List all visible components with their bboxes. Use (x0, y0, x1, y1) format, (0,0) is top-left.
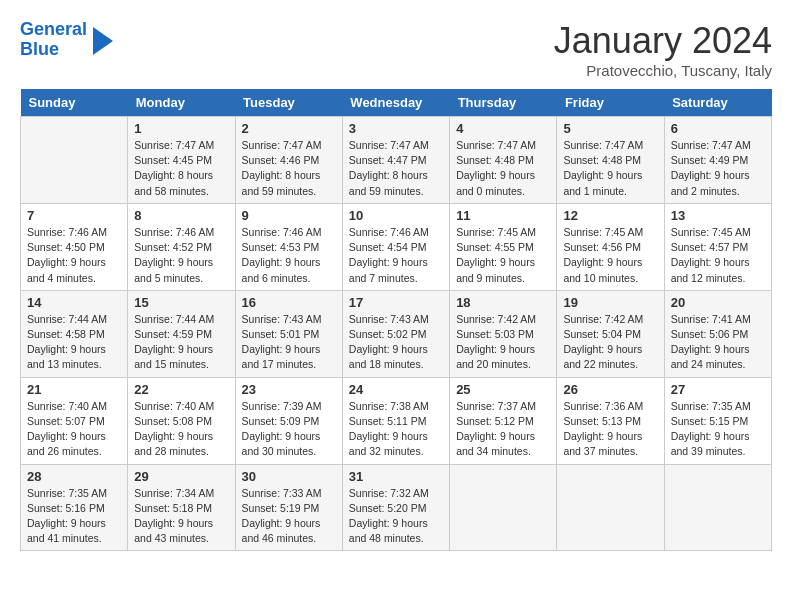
day-number: 17 (349, 295, 443, 310)
day-number: 6 (671, 121, 765, 136)
calendar-cell: 5Sunrise: 7:47 AMSunset: 4:48 PMDaylight… (557, 117, 664, 204)
cell-sun-info: Sunrise: 7:42 AMSunset: 5:04 PMDaylight:… (563, 312, 657, 373)
weekday-header-saturday: Saturday (664, 89, 771, 117)
weekday-header-friday: Friday (557, 89, 664, 117)
title-block: January 2024 Pratovecchio, Tuscany, Ital… (554, 20, 772, 79)
day-number: 16 (242, 295, 336, 310)
weekday-header-monday: Monday (128, 89, 235, 117)
logo-text: GeneralBlue (20, 20, 87, 60)
cell-sun-info: Sunrise: 7:33 AMSunset: 5:19 PMDaylight:… (242, 486, 336, 547)
cell-sun-info: Sunrise: 7:37 AMSunset: 5:12 PMDaylight:… (456, 399, 550, 460)
calendar-cell: 20Sunrise: 7:41 AMSunset: 5:06 PMDayligh… (664, 290, 771, 377)
calendar-cell (21, 117, 128, 204)
day-number: 4 (456, 121, 550, 136)
calendar-cell: 16Sunrise: 7:43 AMSunset: 5:01 PMDayligh… (235, 290, 342, 377)
cell-sun-info: Sunrise: 7:41 AMSunset: 5:06 PMDaylight:… (671, 312, 765, 373)
weekday-header-wednesday: Wednesday (342, 89, 449, 117)
cell-sun-info: Sunrise: 7:44 AMSunset: 4:59 PMDaylight:… (134, 312, 228, 373)
day-number: 31 (349, 469, 443, 484)
cell-sun-info: Sunrise: 7:47 AMSunset: 4:47 PMDaylight:… (349, 138, 443, 199)
cell-sun-info: Sunrise: 7:45 AMSunset: 4:57 PMDaylight:… (671, 225, 765, 286)
cell-sun-info: Sunrise: 7:42 AMSunset: 5:03 PMDaylight:… (456, 312, 550, 373)
logo-arrow-icon (93, 27, 113, 55)
day-number: 8 (134, 208, 228, 223)
day-number: 21 (27, 382, 121, 397)
calendar-cell: 3Sunrise: 7:47 AMSunset: 4:47 PMDaylight… (342, 117, 449, 204)
day-number: 14 (27, 295, 121, 310)
calendar-cell: 9Sunrise: 7:46 AMSunset: 4:53 PMDaylight… (235, 203, 342, 290)
cell-sun-info: Sunrise: 7:47 AMSunset: 4:46 PMDaylight:… (242, 138, 336, 199)
calendar-cell: 14Sunrise: 7:44 AMSunset: 4:58 PMDayligh… (21, 290, 128, 377)
day-number: 26 (563, 382, 657, 397)
calendar-cell: 11Sunrise: 7:45 AMSunset: 4:55 PMDayligh… (450, 203, 557, 290)
cell-sun-info: Sunrise: 7:38 AMSunset: 5:11 PMDaylight:… (349, 399, 443, 460)
day-number: 25 (456, 382, 550, 397)
page-header: GeneralBlue January 2024 Pratovecchio, T… (20, 20, 772, 79)
calendar-week-row: 7Sunrise: 7:46 AMSunset: 4:50 PMDaylight… (21, 203, 772, 290)
calendar-cell: 28Sunrise: 7:35 AMSunset: 5:16 PMDayligh… (21, 464, 128, 551)
day-number: 24 (349, 382, 443, 397)
calendar-cell: 29Sunrise: 7:34 AMSunset: 5:18 PMDayligh… (128, 464, 235, 551)
day-number: 9 (242, 208, 336, 223)
calendar-cell: 4Sunrise: 7:47 AMSunset: 4:48 PMDaylight… (450, 117, 557, 204)
calendar-cell (450, 464, 557, 551)
calendar-cell: 25Sunrise: 7:37 AMSunset: 5:12 PMDayligh… (450, 377, 557, 464)
calendar-cell: 22Sunrise: 7:40 AMSunset: 5:08 PMDayligh… (128, 377, 235, 464)
calendar-cell: 21Sunrise: 7:40 AMSunset: 5:07 PMDayligh… (21, 377, 128, 464)
cell-sun-info: Sunrise: 7:47 AMSunset: 4:49 PMDaylight:… (671, 138, 765, 199)
calendar-week-row: 14Sunrise: 7:44 AMSunset: 4:58 PMDayligh… (21, 290, 772, 377)
day-number: 22 (134, 382, 228, 397)
calendar-cell: 8Sunrise: 7:46 AMSunset: 4:52 PMDaylight… (128, 203, 235, 290)
day-number: 12 (563, 208, 657, 223)
day-number: 3 (349, 121, 443, 136)
logo: GeneralBlue (20, 20, 113, 60)
calendar-cell: 31Sunrise: 7:32 AMSunset: 5:20 PMDayligh… (342, 464, 449, 551)
day-number: 20 (671, 295, 765, 310)
day-number: 10 (349, 208, 443, 223)
cell-sun-info: Sunrise: 7:35 AMSunset: 5:16 PMDaylight:… (27, 486, 121, 547)
day-number: 7 (27, 208, 121, 223)
day-number: 2 (242, 121, 336, 136)
day-number: 1 (134, 121, 228, 136)
cell-sun-info: Sunrise: 7:44 AMSunset: 4:58 PMDaylight:… (27, 312, 121, 373)
day-number: 28 (27, 469, 121, 484)
calendar-cell: 27Sunrise: 7:35 AMSunset: 5:15 PMDayligh… (664, 377, 771, 464)
day-number: 29 (134, 469, 228, 484)
calendar-cell (557, 464, 664, 551)
day-number: 5 (563, 121, 657, 136)
calendar-cell: 7Sunrise: 7:46 AMSunset: 4:50 PMDaylight… (21, 203, 128, 290)
calendar-week-row: 1Sunrise: 7:47 AMSunset: 4:45 PMDaylight… (21, 117, 772, 204)
cell-sun-info: Sunrise: 7:34 AMSunset: 5:18 PMDaylight:… (134, 486, 228, 547)
day-number: 15 (134, 295, 228, 310)
calendar-cell: 30Sunrise: 7:33 AMSunset: 5:19 PMDayligh… (235, 464, 342, 551)
cell-sun-info: Sunrise: 7:32 AMSunset: 5:20 PMDaylight:… (349, 486, 443, 547)
location: Pratovecchio, Tuscany, Italy (554, 62, 772, 79)
calendar-week-row: 28Sunrise: 7:35 AMSunset: 5:16 PMDayligh… (21, 464, 772, 551)
calendar-cell: 10Sunrise: 7:46 AMSunset: 4:54 PMDayligh… (342, 203, 449, 290)
calendar-cell: 23Sunrise: 7:39 AMSunset: 5:09 PMDayligh… (235, 377, 342, 464)
calendar-cell: 12Sunrise: 7:45 AMSunset: 4:56 PMDayligh… (557, 203, 664, 290)
cell-sun-info: Sunrise: 7:36 AMSunset: 5:13 PMDaylight:… (563, 399, 657, 460)
weekday-header-sunday: Sunday (21, 89, 128, 117)
calendar-cell: 26Sunrise: 7:36 AMSunset: 5:13 PMDayligh… (557, 377, 664, 464)
day-number: 18 (456, 295, 550, 310)
cell-sun-info: Sunrise: 7:46 AMSunset: 4:50 PMDaylight:… (27, 225, 121, 286)
day-number: 30 (242, 469, 336, 484)
cell-sun-info: Sunrise: 7:46 AMSunset: 4:54 PMDaylight:… (349, 225, 443, 286)
day-number: 19 (563, 295, 657, 310)
calendar-cell: 18Sunrise: 7:42 AMSunset: 5:03 PMDayligh… (450, 290, 557, 377)
calendar-week-row: 21Sunrise: 7:40 AMSunset: 5:07 PMDayligh… (21, 377, 772, 464)
calendar-cell: 24Sunrise: 7:38 AMSunset: 5:11 PMDayligh… (342, 377, 449, 464)
cell-sun-info: Sunrise: 7:45 AMSunset: 4:55 PMDaylight:… (456, 225, 550, 286)
calendar-cell: 6Sunrise: 7:47 AMSunset: 4:49 PMDaylight… (664, 117, 771, 204)
month-title: January 2024 (554, 20, 772, 62)
calendar-cell: 13Sunrise: 7:45 AMSunset: 4:57 PMDayligh… (664, 203, 771, 290)
calendar-cell (664, 464, 771, 551)
calendar-cell: 19Sunrise: 7:42 AMSunset: 5:04 PMDayligh… (557, 290, 664, 377)
calendar-cell: 1Sunrise: 7:47 AMSunset: 4:45 PMDaylight… (128, 117, 235, 204)
calendar-table: SundayMondayTuesdayWednesdayThursdayFrid… (20, 89, 772, 551)
cell-sun-info: Sunrise: 7:45 AMSunset: 4:56 PMDaylight:… (563, 225, 657, 286)
cell-sun-info: Sunrise: 7:46 AMSunset: 4:53 PMDaylight:… (242, 225, 336, 286)
day-number: 13 (671, 208, 765, 223)
cell-sun-info: Sunrise: 7:35 AMSunset: 5:15 PMDaylight:… (671, 399, 765, 460)
